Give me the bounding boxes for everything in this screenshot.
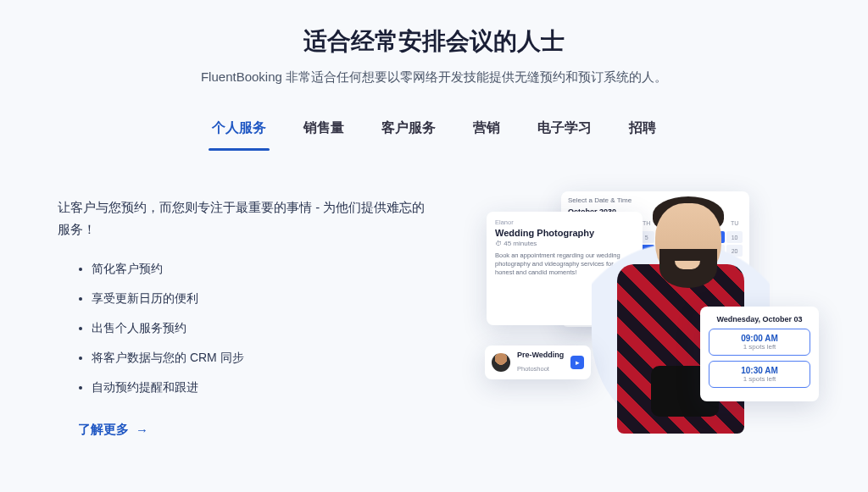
tab-sales[interactable]: 销售量 (302, 111, 346, 151)
availability-card: Wednesday, October 03 09:00 AM 1 spots l… (700, 307, 819, 401)
tab-elearning[interactable]: 电子学习 (536, 111, 593, 151)
learn-more-link[interactable]: 了解更多 → (78, 422, 148, 438)
panel-illustration: Select a Date & Time October 2030 SUMOTU… (481, 196, 810, 467)
panel-lead: 让客户与您预约，而您则专注于最重要的事情 - 为他们提供难忘的服务！ (58, 196, 431, 240)
availability-date: Wednesday, October 03 (709, 315, 810, 323)
list-item: 简化客户预约 (92, 260, 431, 278)
avatar (492, 353, 510, 372)
mini-title: Pre-Wedding (517, 351, 564, 359)
list-item: 自动预约提醒和跟进 (92, 379, 431, 396)
tab-marketing[interactable]: 营销 (471, 111, 502, 151)
mini-text: Pre-Wedding Photoshoot (517, 351, 564, 374)
list-item: 出售个人服务预约 (92, 319, 431, 337)
tab-customer-service[interactable]: 客户服务 (380, 111, 437, 151)
tab-recruiting[interactable]: 招聘 (627, 111, 658, 151)
page-subtitle: FluentBooking 非常适合任何想要以零网络开发技能提供无缝预约和预订系… (0, 69, 868, 86)
feature-list: 简化客户预约 享受更新日历的便利 出售个人服务预约 将客户数据与您的 CRM 同… (58, 260, 431, 396)
open-icon: ▸ (570, 356, 584, 369)
learn-more-label: 了解更多 (78, 422, 129, 438)
slot-time: 10:30 AM (709, 366, 810, 375)
panel-left: 让客户与您预约，而您则专注于最重要的事情 - 为他们提供难忘的服务！ 简化客户预… (58, 196, 431, 467)
tab-personal-service[interactable]: 个人服务 (210, 111, 268, 151)
time-slot[interactable]: 09:00 AM 1 spots left (709, 329, 810, 356)
time-slot[interactable]: 10:30 AM 1 spots left (709, 361, 810, 388)
page-title: 适合经常安排会议的人士 (0, 25, 868, 58)
arrow-right-icon: → (136, 423, 148, 437)
tabs: 个人服务 销售量 客户服务 营销 电子学习 招聘 (0, 111, 868, 151)
tab-panel: 让客户与您预约，而您则专注于最重要的事情 - 为他们提供难忘的服务！ 简化客户预… (0, 151, 868, 467)
list-item: 享受更新日历的便利 (92, 290, 431, 307)
mini-card: Pre-Wedding Photoshoot ▸ (485, 346, 591, 379)
slot-sub: 1 spots left (709, 375, 810, 383)
mini-sub: Photoshoot (517, 365, 549, 373)
slot-time: 09:00 AM (709, 334, 810, 343)
list-item: 将客户数据与您的 CRM 同步 (92, 349, 431, 367)
slot-sub: 1 spots left (709, 343, 810, 351)
page-root: 适合经常安排会议的人士 FluentBooking 非常适合任何想要以零网络开发… (0, 0, 868, 467)
